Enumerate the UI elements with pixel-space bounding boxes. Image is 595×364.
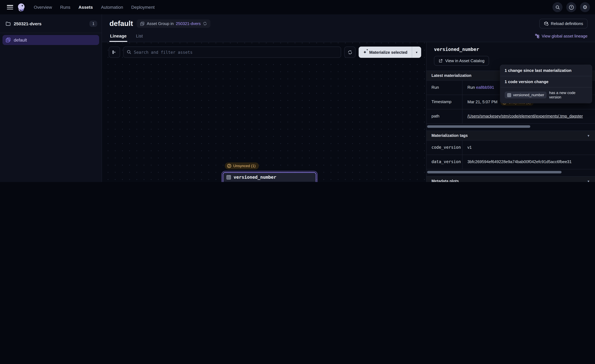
gear-icon: ⚙ xyxy=(583,5,588,10)
sync-icon xyxy=(227,164,231,168)
path-link[interactable]: /Users/smackesey/stm/code/elementl/exper… xyxy=(468,114,583,119)
section-metadata-plots[interactable]: Metadata plots ▼ xyxy=(426,176,595,182)
asset-chip-label: versioned_number xyxy=(513,93,544,97)
view-global-lineage-link[interactable]: View global asset lineage xyxy=(535,34,588,42)
top-nav: Overview Runs Assets Automation Deployme… xyxy=(0,0,595,14)
refresh-icon[interactable] xyxy=(203,21,207,26)
popover-change-row: versioned_number has a new code version xyxy=(500,87,592,103)
reload-definitions-button[interactable]: Reload definitions xyxy=(539,19,588,28)
horizontal-scrollbar[interactable] xyxy=(427,125,530,128)
row-path: path /Users/smackesey/stm/code/elementl/… xyxy=(426,109,595,124)
search-icon xyxy=(127,50,131,54)
nav-item-deployment[interactable]: Deployment xyxy=(131,5,155,10)
section-latest-title: Latest materialization xyxy=(432,73,472,78)
panel-toggle-icon xyxy=(112,50,117,55)
view-in-asset-catalog-button[interactable]: View in Asset Catalog xyxy=(434,56,489,66)
settings-button[interactable]: ⚙ xyxy=(580,2,590,12)
sidebar: 250321-dvers 1 default 250321-dvers xyxy=(0,14,102,182)
run-prefix: Run xyxy=(468,85,476,90)
reload-cube-icon xyxy=(544,21,548,26)
sidebar-folder-count: 1 xyxy=(90,21,97,27)
section-materialization-tags[interactable]: Materialization tags ▼ xyxy=(426,131,595,140)
section-metadata-title: Metadata plots xyxy=(432,179,459,182)
tab-lineage[interactable]: Lineage xyxy=(109,32,127,42)
asset-node-versioned-number[interactable]: versioned_number No description Material… xyxy=(223,172,316,182)
section-tags-title: Materialization tags xyxy=(432,133,468,138)
main-area: default Asset Group in 250321-dvers xyxy=(102,14,595,182)
node-unsynced-badge[interactable]: Unsynced (1) xyxy=(225,162,259,169)
asset-group-pill: Asset Group in 250321-dvers xyxy=(137,19,210,28)
data-version-key: data_version xyxy=(426,155,462,169)
app-root: Overview Runs Assets Automation Deployme… xyxy=(0,0,595,182)
dagster-logo[interactable] xyxy=(17,3,26,12)
lineage-toolbar: ✦✦ Materialize selected ▾ xyxy=(109,47,421,58)
view-in-asset-catalog-label: View in Asset Catalog xyxy=(445,58,484,63)
code-version-value: v1 xyxy=(462,140,595,155)
caret-down-icon: ▾ xyxy=(416,50,418,54)
lineage-graph-icon xyxy=(535,34,539,38)
row-path-label: path xyxy=(426,109,462,123)
search-button[interactable] xyxy=(552,2,562,12)
nav-item-runs[interactable]: Runs xyxy=(60,5,70,10)
tabs-row: Lineage List View global asset lineage xyxy=(109,32,588,42)
panel-asset-title: versioned_number xyxy=(434,47,588,52)
changes-popover: 1 change since last materialization 1 co… xyxy=(500,65,592,103)
sidebar-folder-row[interactable]: 250321-dvers 1 xyxy=(0,14,102,33)
help-icon: ? xyxy=(569,5,574,10)
table-icon xyxy=(226,175,231,180)
materialize-dropdown-button[interactable]: ▾ xyxy=(412,47,421,58)
page-header: default Asset Group in 250321-dvers xyxy=(102,14,595,42)
view-global-lineage-label: View global asset lineage xyxy=(542,34,588,38)
asset-node-header: versioned_number xyxy=(223,173,316,182)
hamburger-icon[interactable] xyxy=(7,5,13,9)
sidebar-folder-name: 250321-dvers xyxy=(14,21,86,26)
row-timestamp-label: Timestamp xyxy=(426,95,462,109)
asset-group-icon xyxy=(6,37,11,42)
code-version-key: code_version xyxy=(426,140,462,155)
nav-item-overview[interactable]: Overview xyxy=(34,5,52,10)
asset-details-panel: versioned_number View in Asset Catalog L… xyxy=(426,42,595,182)
lineage-canvas[interactable]: ✦✦ Materialize selected ▾ Unsynced (1) xyxy=(102,42,426,182)
asset-search xyxy=(123,47,341,58)
row-path-value: /Users/smackesey/stm/code/elementl/exper… xyxy=(462,109,595,123)
materialize-selected-button[interactable]: ✦✦ Materialize selected xyxy=(359,47,412,58)
folder-icon xyxy=(6,21,11,26)
external-link-icon xyxy=(438,59,443,63)
popover-title: 1 change since last materialization xyxy=(500,65,592,76)
popover-change-text: has a new code version xyxy=(549,91,588,99)
row-code-version-tag: code_version v1 xyxy=(426,140,595,155)
search-icon xyxy=(555,5,560,9)
asset-chip[interactable]: versioned_number xyxy=(505,91,547,98)
nav-item-automation[interactable]: Automation xyxy=(101,5,123,10)
run-link[interactable]: ea8bb591 xyxy=(476,85,494,90)
popover-subtitle: 1 code version change xyxy=(500,76,592,87)
materialize-selected-label: Materialize selected xyxy=(369,50,407,55)
asset-group-icon xyxy=(140,21,145,26)
horizontal-scrollbar[interactable] xyxy=(427,171,561,173)
nav-links: Overview Runs Assets Automation Deployme… xyxy=(34,5,155,10)
row-data-version-tag: data_version 3bfc269594ef649228e9a74bab0… xyxy=(426,155,595,169)
refresh-graph-button[interactable] xyxy=(344,47,355,58)
chevron-down-icon[interactable]: ▼ xyxy=(587,180,590,182)
sparkle-icon: ✦✦ xyxy=(363,50,367,54)
asset-search-input[interactable] xyxy=(123,47,341,58)
asset-group-pill-link[interactable]: 250321-dvers xyxy=(176,21,201,26)
tab-list[interactable]: List xyxy=(135,32,143,42)
panel-toggle-button[interactable] xyxy=(109,47,120,58)
sidebar-group-list: default xyxy=(0,33,102,47)
sidebar-item-label: default xyxy=(14,37,27,42)
materialize-split-button: ✦✦ Materialize selected ▾ xyxy=(359,47,421,58)
asset-node-title: versioned_number xyxy=(234,175,276,180)
sidebar-item-default[interactable]: default xyxy=(2,35,99,45)
svg-text:?: ? xyxy=(570,6,572,9)
timestamp-text: Mar 21, 5:07 PM xyxy=(468,99,497,104)
data-version-value: 3bfc269594ef649228e9a74bab00f042efc91d5a… xyxy=(462,155,595,169)
table-icon xyxy=(507,93,511,97)
nav-item-assets[interactable]: Assets xyxy=(78,5,93,10)
chevron-down-icon[interactable]: ▼ xyxy=(587,134,590,137)
row-run-label: Run xyxy=(426,81,462,95)
asset-group-pill-prefix: Asset Group in xyxy=(147,21,174,26)
asset-node-description: No description xyxy=(223,182,316,182)
help-button[interactable]: ? xyxy=(566,2,576,12)
node-unsynced-label: Unsynced (1) xyxy=(233,164,255,168)
